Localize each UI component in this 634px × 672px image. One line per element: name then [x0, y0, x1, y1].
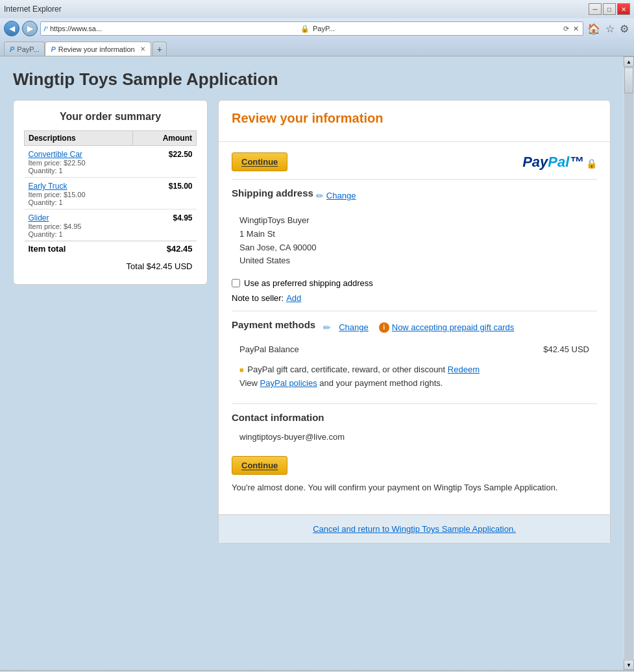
favorites-button[interactable]: ☆ [604, 23, 616, 35]
address-bar[interactable]: 𝑃 https://www.sa... 🔒 PayP... ⟳ ✕ [40, 21, 583, 36]
stop-button[interactable]: ✕ [572, 25, 580, 33]
policy-prefix: View [239, 378, 258, 388]
prepaid-info-icon: i [379, 322, 389, 333]
tab-active-favicon: P [51, 45, 55, 53]
table-row: Convertible Car Item price: $22.50 Quant… [25, 146, 197, 178]
paypal-url: PayP... [313, 25, 560, 32]
tab-inactive[interactable]: P PayP... [4, 42, 45, 56]
tabs-bar: P PayP... P Review your information ✕ + [0, 39, 634, 56]
payment-edit-icon[interactable]: ✏ [323, 322, 331, 333]
page-content: Wingtip Toys Sample Application Your ord… [0, 56, 624, 670]
payment-title: Payment methods [232, 319, 315, 330]
review-header: Review your information [219, 101, 610, 142]
close-button[interactable]: ✕ [617, 3, 630, 15]
contact-email: wingtiptoys-buyer@live.com [232, 428, 597, 446]
cancel-link[interactable]: Cancel and return to Wingtip Toys Sample… [313, 524, 516, 534]
payment-change-link[interactable]: Change [339, 322, 369, 332]
divider-2 [232, 311, 597, 311]
item-price: Item price: $15.00 [29, 191, 129, 198]
new-tab-button[interactable]: + [152, 42, 167, 56]
tab-active[interactable]: P Review your information ✕ [45, 42, 151, 56]
address-block: WingtipToys Buyer 1 Main St San Jose, CA… [232, 209, 597, 273]
paypal-favicon: 𝑃 [43, 25, 48, 33]
shipping-name: WingtipToys Buyer [239, 214, 589, 228]
payment-method-amount: $42.45 USD [543, 344, 589, 354]
back-button[interactable]: ◀ [4, 21, 19, 36]
preferred-shipping-label: Use as preferred shipping address [244, 278, 373, 288]
cancel-bar: Cancel and return to Wingtip Toys Sample… [219, 514, 610, 543]
item-price: Item price: $22.50 [29, 159, 129, 167]
item-amount: $15.00 [133, 178, 197, 210]
item-quantity: Quantity: 1 [29, 167, 129, 174]
preferred-shipping-checkbox[interactable] [232, 279, 240, 287]
gift-text: PayPal gift card, certificate, reward, o… [247, 365, 445, 374]
item-price: Item price: $4.95 [29, 222, 129, 230]
item-name-link[interactable]: Glider [29, 213, 49, 222]
divider-3 [232, 403, 597, 404]
item-total-label: Item total [25, 241, 133, 257]
tab-inactive-favicon: P [10, 45, 14, 53]
payment-section: Payment methods ✏ Change i Now accepting… [232, 319, 597, 396]
review-title: Review your information [232, 111, 597, 126]
scroll-up-button[interactable]: ▲ [624, 56, 634, 67]
order-summary-card: Your order summary Descriptions Amount C… [13, 100, 208, 285]
divider-1 [232, 179, 597, 180]
app-title: Wingtip Toys Sample Application [13, 69, 611, 90]
window-controls[interactable]: ─ □ ✕ [589, 3, 630, 15]
refresh-button[interactable]: ⟳ [562, 25, 570, 33]
continue-button-bottom[interactable]: Continue [232, 456, 287, 475]
title-bar-left: Internet Explorer [4, 5, 62, 14]
paypal-header: Continue PayPal™ 🔒 [232, 152, 597, 171]
review-panel: Review your information Continue PayPal™… [218, 100, 611, 544]
shipping-title: Shipping address [232, 187, 313, 198]
shipping-address1: 1 Main St [239, 228, 589, 241]
address-text: https://www.sa... [50, 25, 297, 32]
item-total-amount: $42.45 [133, 241, 197, 257]
table-row: Glider Item price: $4.95 Quantity: 1 $4.… [25, 210, 197, 241]
paypal-lock-icon: 🔒 [586, 158, 597, 169]
note-label: Note to seller: [232, 293, 284, 303]
continue-button-top[interactable]: Continue [232, 152, 287, 171]
forward-button[interactable]: ▶ [22, 21, 38, 36]
shipping-edit-icon[interactable]: ✏ [316, 191, 324, 201]
payment-method-row: PayPal Balance $42.45 USD [232, 341, 597, 358]
item-quantity: Quantity: 1 [29, 230, 129, 238]
shipping-city-state: San Jose, CA 90000 [239, 241, 589, 255]
title-bar: Internet Explorer ─ □ ✕ [0, 0, 634, 18]
address-actions[interactable]: ⟳ ✕ [562, 25, 580, 33]
restore-button[interactable]: □ [603, 3, 616, 15]
policy-link[interactable]: PayPal policies [260, 378, 317, 388]
scroll-down-button[interactable]: ▼ [624, 660, 634, 670]
item-amount: $22.50 [133, 146, 197, 178]
scroll-track[interactable] [624, 67, 633, 659]
gift-card-row: ■ PayPal gift card, certificate, reward,… [232, 358, 597, 396]
item-name-link[interactable]: Convertible Car [29, 150, 82, 159]
paypal-logo-area: PayPal™ 🔒 [522, 154, 597, 171]
order-summary-title: Your order summary [24, 111, 197, 123]
add-note-link[interactable]: Add [286, 293, 301, 303]
nav-bar: ◀ ▶ 𝑃 https://www.sa... 🔒 PayP... ⟳ ✕ 🏠 … [0, 18, 634, 39]
payment-method-name: PayPal Balance [239, 344, 299, 354]
gift-icon: ■ [239, 366, 244, 374]
tab-close-button[interactable]: ✕ [140, 45, 145, 53]
shipping-change-link[interactable]: Change [326, 191, 356, 200]
home-button[interactable]: 🏠 [586, 23, 602, 35]
contact-title: Contact information [232, 412, 597, 423]
policy-suffix: and your payment method rights. [319, 378, 443, 388]
item-name-link[interactable]: Early Truck [29, 182, 67, 191]
order-table: Descriptions Amount Convertible Car Item… [24, 130, 197, 274]
redeem-link[interactable]: Redeem [448, 365, 480, 374]
shipping-section: Shipping address ✏ Change WingtipToys Bu… [232, 187, 597, 303]
col-description: Descriptions [25, 131, 133, 146]
scroll-thumb[interactable] [624, 67, 633, 93]
tools-button[interactable]: ⚙ [618, 23, 630, 35]
grand-total: Total $42.45 USD [25, 256, 197, 274]
prepaid-link[interactable]: Now accepting prepaid gift cards [392, 322, 515, 332]
contact-section: Contact information wingtiptoys-buyer@li… [232, 412, 597, 446]
col-amount: Amount [133, 131, 197, 146]
scrollbar[interactable]: ▲ ▼ [624, 56, 634, 670]
note-to-seller-row: Note to seller: Add [232, 293, 597, 303]
shipping-country: United States [239, 254, 589, 268]
tab-active-label: Review your information [58, 45, 135, 53]
minimize-button[interactable]: ─ [589, 3, 602, 15]
